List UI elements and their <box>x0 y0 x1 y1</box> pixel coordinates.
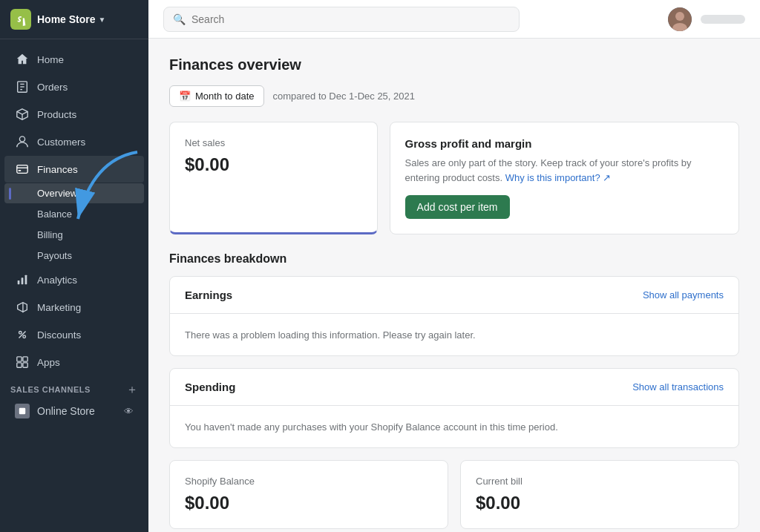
spending-empty-message: You haven't made any purchases with your… <box>185 421 558 433</box>
sidebar-item-customers-label: Customers <box>37 137 85 148</box>
shopify-balance-label: Shopify Balance <box>185 476 433 487</box>
search-input[interactable] <box>191 13 510 25</box>
sidebar-item-analytics-label: Analytics <box>37 275 77 286</box>
shopify-balance-card: Shopify Balance $0.00 <box>169 460 448 529</box>
online-store-icon <box>15 404 30 418</box>
calendar-icon: 📅 <box>179 91 191 102</box>
earnings-card: Earnings Show all payments There was a p… <box>169 276 739 356</box>
earnings-header: Earnings Show all payments <box>170 277 738 314</box>
sidebar-item-overview[interactable]: Overview <box>4 183 144 203</box>
add-channel-button[interactable]: ＋ <box>126 384 138 395</box>
date-btn-label: Month to date <box>195 91 255 102</box>
main-area: 🔍 Finances overview 📅 Month to date comp… <box>148 0 760 532</box>
svg-rect-12 <box>25 275 27 285</box>
current-bill-label: Current bill <box>476 476 724 487</box>
page-title: Finances overview <box>169 56 739 73</box>
spending-title: Spending <box>185 381 235 393</box>
chevron-down-icon: ▼ <box>99 16 106 24</box>
net-sales-card: Net sales $0.00 <box>169 122 378 234</box>
home-icon <box>15 52 30 67</box>
online-store-label: Online Store <box>37 405 95 417</box>
date-compare-text: compared to Dec 1-Dec 25, 2021 <box>273 91 416 102</box>
svg-point-23 <box>675 12 684 21</box>
analytics-icon <box>15 272 30 287</box>
shopify-logo-icon <box>10 9 31 30</box>
svg-rect-17 <box>17 357 22 361</box>
spending-card: Spending Show all transactions You haven… <box>169 368 739 448</box>
apps-icon <box>15 355 30 370</box>
breakdown-title: Finances breakdown <box>169 252 739 266</box>
svg-rect-20 <box>23 363 27 367</box>
sidebar-item-products[interactable]: Products <box>4 101 144 128</box>
discounts-icon <box>15 327 30 342</box>
earnings-title: Earnings <box>185 289 232 301</box>
products-icon <box>15 107 30 122</box>
topbar: 🔍 <box>148 0 760 39</box>
sidebar-item-balance[interactable]: Balance <box>4 204 144 224</box>
sidebar-item-discounts[interactable]: Discounts <box>4 321 144 348</box>
eye-icon[interactable]: 👁 <box>124 406 134 417</box>
sidebar: Home Store ▼ Home Orders Products <box>0 0 148 532</box>
marketing-icon <box>15 300 30 315</box>
sidebar-item-analytics[interactable]: Analytics <box>4 266 144 293</box>
sidebar-item-marketing[interactable]: Marketing <box>4 294 144 321</box>
svg-rect-9 <box>19 170 22 171</box>
svg-rect-19 <box>17 363 22 367</box>
svg-point-14 <box>19 332 22 335</box>
finances-icon <box>15 162 30 177</box>
svg-rect-18 <box>23 357 27 361</box>
sidebar-item-online-store[interactable]: Online Store 👁 <box>4 399 144 423</box>
date-button[interactable]: 📅 Month to date <box>169 85 264 107</box>
user-name-placeholder <box>701 15 745 24</box>
svg-point-15 <box>23 335 26 338</box>
search-box[interactable]: 🔍 <box>163 7 520 32</box>
sidebar-item-finances[interactable]: Finances <box>4 156 144 183</box>
gross-profit-card: Gross profit and margin Sales are only p… <box>390 122 739 234</box>
svg-rect-10 <box>18 280 20 284</box>
show-all-payments-link[interactable]: Show all payments <box>643 289 724 301</box>
sidebar-item-customers[interactable]: Customers <box>4 128 144 155</box>
search-icon: 🔍 <box>173 13 186 25</box>
orders-icon <box>15 79 30 94</box>
store-name: Home Store <box>37 13 96 25</box>
summary-cards-row: Net sales $0.00 Gross profit and margin … <box>169 122 739 234</box>
earnings-body: There was a problem loading this informa… <box>170 314 738 355</box>
svg-rect-21 <box>19 408 25 414</box>
svg-point-6 <box>19 137 24 142</box>
sidebar-item-orders[interactable]: Orders <box>4 73 144 100</box>
sidebar-nav: Home Orders Products Customers <box>0 39 148 532</box>
earnings-empty-message: There was a problem loading this informa… <box>185 329 476 341</box>
spending-header: Spending Show all transactions <box>170 369 738 406</box>
sidebar-item-apps[interactable]: Apps <box>4 349 144 375</box>
customers-icon <box>15 134 30 149</box>
sidebar-item-home-label: Home <box>37 54 64 65</box>
spending-body: You haven't made any purchases with your… <box>170 406 738 447</box>
current-bill-value: $0.00 <box>476 493 724 513</box>
gross-profit-title: Gross profit and margin <box>405 137 724 150</box>
main-content: Finances overview 📅 Month to date compar… <box>148 39 760 532</box>
sidebar-item-payouts[interactable]: Payouts <box>4 246 144 266</box>
show-all-transactions-link[interactable]: Show all transactions <box>632 381 724 393</box>
sidebar-item-orders-label: Orders <box>37 82 68 93</box>
svg-line-16 <box>19 332 26 338</box>
sidebar-item-discounts-label: Discounts <box>37 329 81 341</box>
sales-channels-label: SALES CHANNELS <box>10 385 91 394</box>
current-bill-card: Current bill $0.00 <box>460 460 739 529</box>
bottom-cards-row: Shopify Balance $0.00 Current bill $0.00 <box>169 460 739 529</box>
sidebar-header[interactable]: Home Store ▼ <box>0 0 148 39</box>
date-filter-row: 📅 Month to date compared to Dec 1-Dec 25… <box>169 85 739 107</box>
sidebar-item-billing[interactable]: Billing <box>4 225 144 245</box>
add-cost-button[interactable]: Add cost per item <box>405 195 510 219</box>
why-important-link[interactable]: Why is this important? ↗ <box>505 172 612 183</box>
topbar-right <box>668 7 745 31</box>
avatar[interactable] <box>668 7 692 31</box>
net-sales-label: Net sales <box>185 137 362 148</box>
svg-rect-11 <box>22 278 24 284</box>
finances-submenu: Overview Balance Billing Payouts <box>0 183 148 266</box>
gross-profit-description: Sales are only part of the story. Keep t… <box>405 156 724 185</box>
net-sales-value: $0.00 <box>185 154 362 175</box>
sidebar-item-products-label: Products <box>37 109 76 120</box>
sales-channels-section: SALES CHANNELS ＋ <box>0 376 148 398</box>
sidebar-item-apps-label: Apps <box>37 357 60 368</box>
sidebar-item-home[interactable]: Home <box>4 46 144 73</box>
